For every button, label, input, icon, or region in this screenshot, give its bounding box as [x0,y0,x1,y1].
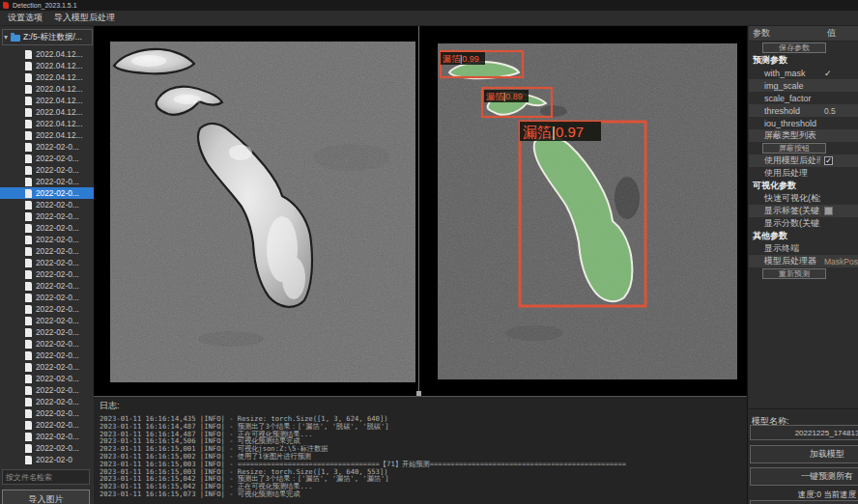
param-row[interactable]: scale_factor [749,92,858,104]
file-icon [25,375,32,383]
model-name-field[interactable]: 20221225_174813 [750,425,858,440]
search-input[interactable] [2,469,90,485]
list-item[interactable]: 2022-02-0... [0,234,94,245]
list-item[interactable]: 2022-02-0... [0,210,94,222]
file-icon [25,108,32,117]
param-row[interactable]: 模型后处理器MaskPostProc [749,255,858,267]
list-item[interactable]: 2022-02-0... [0,268,94,280]
param-row[interactable]: 显示终端 [749,242,858,255]
list-item[interactable]: 2022-02-0... [0,373,94,384]
file-name: 2022-02-0... [36,211,79,221]
param-row[interactable]: img_scale [749,79,858,92]
list-item[interactable]: 2022-02-0 [0,454,94,465]
list-item[interactable]: 2022.04.12... [0,48,94,60]
list-item[interactable]: 2022.04.12... [0,129,94,141]
param-action-button[interactable]: 屏蔽按钮 [762,143,826,154]
column-header-value: 值 [822,27,858,40]
parameter-table: 参数 值 保存参数预测参数with_mask✓img_scalescale_fa… [749,26,858,409]
list-item[interactable]: 2022-02-0... [0,384,94,396]
list-item[interactable]: 2022-02-0... [0,338,94,350]
list-item[interactable]: 2022.04.12... [0,60,94,71]
list-item[interactable]: 2022.04.12... [0,71,94,83]
list-item[interactable]: 2022-02-0... [0,280,94,292]
load-model-button[interactable]: 加载模型 [750,445,858,463]
param-name: scale_factor [749,94,820,103]
list-item[interactable]: 2022.04.12... [0,83,94,95]
file-name: 2022-02-0... [36,316,79,325]
param-section-header: 预测参数 [749,54,858,67]
list-item[interactable]: 2022-02-0... [0,292,94,303]
param-action-button[interactable]: 保存参数 [762,42,826,53]
list-item[interactable]: 2022-02-0... [0,396,94,407]
list-item[interactable]: 2022-02-0... [0,222,94,234]
list-item[interactable]: 2022-02-0... [0,153,94,164]
file-icon [25,154,32,163]
list-item[interactable]: 2022.04.12... [0,106,94,118]
tree-root-folder[interactable]: ▾ Z:/5-标注数据/... [2,29,93,45]
list-item[interactable]: 2022-02-0... [0,350,94,361]
list-item[interactable]: 2022.04.12... [0,118,94,129]
list-item[interactable]: 2022-02-0... [0,326,94,338]
list-item[interactable]: 2022-02-0... [0,431,94,442]
list-item[interactable]: 2022-02-0... [0,257,94,268]
file-icon [25,409,32,418]
param-row[interactable]: 显示标签(关键点) [749,205,858,217]
file-name: 2022.04.12... [36,130,82,140]
log-lines: 2023-01-11 16:16:14,435 |INFO| - Resize:… [100,415,741,498]
param-row[interactable]: threshold0.5 [749,104,858,117]
prediction-image-viewer[interactable]: 漏箔|0.99 漏箔|0.89 漏箔|0.97 [438,43,737,379]
chevron-down-icon[interactable]: ▾ [4,34,8,42]
param-action-button[interactable]: 重新预测 [762,268,826,279]
param-row[interactable]: with_mask✓ [749,67,858,79]
file-icon [25,270,32,279]
predict-all-button[interactable]: 一键预测所有 [750,467,858,486]
file-icon [25,398,32,406]
list-item[interactable]: 2022-02-0... [0,442,94,454]
param-value: 0.5 [820,106,836,116]
list-item[interactable]: 2022-02-0... [0,176,94,187]
param-row[interactable]: 屏蔽类型列表 [749,129,858,142]
log-line: 2023-01-11 16:16:15,042 |INFO| - 预测出了3个结… [100,475,741,483]
list-item[interactable]: 2022-02-0... [0,245,94,257]
checkbox-empty[interactable] [824,207,833,215]
file-icon [25,201,32,210]
file-icon [25,212,32,221]
file-icon [25,282,32,291]
log-console[interactable]: 日志: 2023-01-11 16:16:14,435 |INFO| - Res… [94,396,747,504]
list-item[interactable]: 2022-02-0... [0,315,94,326]
param-row[interactable]: iou_threshold [749,117,858,129]
param-name: iou_threshold [749,119,820,128]
postprocess-settings-button[interactable]: 后处理参数设置 [750,500,858,504]
import-images-button[interactable]: 导入图片 [2,490,90,504]
list-item[interactable]: 2022-02-0... [0,164,94,176]
file-name: 2022-02-0... [36,188,79,198]
log-line: 2023-01-11 16:16:15,003 |INFO| - =======… [100,461,741,468]
param-name: 快速可视化(检测) [749,192,820,205]
window-title: Detection_2023.1.5.1 [13,2,77,9]
param-row[interactable]: 使用后处理 [749,167,858,180]
list-item[interactable]: 2022-02-0... [0,141,94,153]
param-row[interactable]: 显示分数(关键点) [749,217,858,230]
param-row[interactable]: 快速可视化(检测) [749,192,858,205]
list-item[interactable]: 2022-02-0... [0,303,94,315]
list-item[interactable]: 2022-02-0... [0,419,94,431]
list-item[interactable]: 2022-02-0... [0,199,94,210]
param-row[interactable]: 使用模型后处理✓ [749,154,858,167]
file-name: 2022-02-0... [36,420,79,430]
file-name: 2022.04.12... [36,119,82,128]
param-name: 显示分数(关键点) [749,217,820,230]
param-name: with_mask [749,69,820,78]
raw-image-viewer[interactable] [110,42,415,382]
param-button-row: 屏蔽按钮 [749,142,858,154]
list-item[interactable]: 2022-02-0... [0,187,94,199]
file-tree[interactable]: ▾ Z:/5-标注数据/... 2022.04.12...2022.04.12.… [0,26,94,468]
file-icon [25,305,32,314]
menu-item-import-postprocess[interactable]: 导入模型后处理 [54,12,115,24]
file-name: 2022-02-0... [36,142,79,152]
list-item[interactable]: 2022.04.12... [0,95,94,106]
checkbox-checked[interactable]: ✓ [824,156,833,165]
list-item[interactable]: 2022-02-0... [0,407,94,419]
parameter-panel: 参数 值 保存参数预测参数with_mask✓img_scalescale_fa… [747,26,858,504]
menu-item-settings[interactable]: 设置选项 [8,12,43,24]
list-item[interactable]: 2022-02-0... [0,361,94,373]
